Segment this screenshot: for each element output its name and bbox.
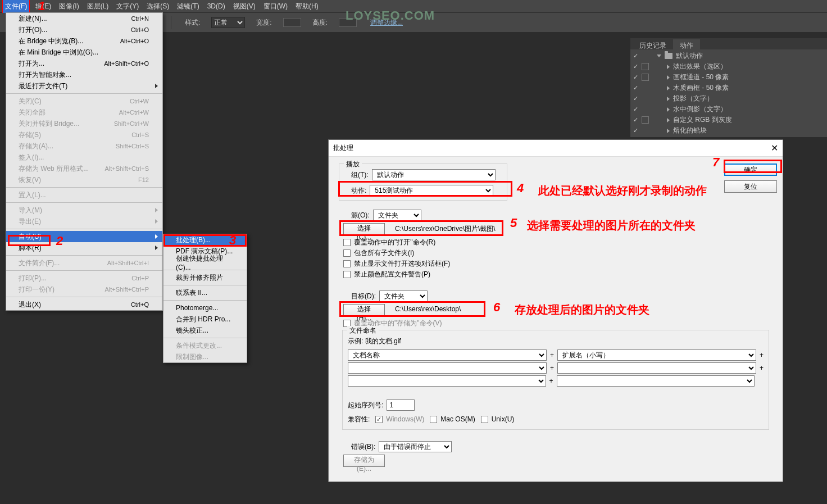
dialog-titlebar[interactable]: 批处理 ✕ xyxy=(329,140,783,157)
file-menu-item[interactable]: 脚本(R) xyxy=(6,242,162,253)
file-menu-item[interactable]: 打开(O)...Ctrl+O xyxy=(6,24,162,35)
file-menu-item: 签入(I)... xyxy=(6,152,162,163)
action-select[interactable]: 515测试动作 xyxy=(370,185,493,196)
set-label: 组(T): xyxy=(351,170,369,180)
dialog-toggle-icon[interactable] xyxy=(642,74,649,81)
file-menu-item[interactable]: 退出(X)Ctrl+Q xyxy=(6,299,162,310)
naming-field-2[interactable]: 扩展名（小写） xyxy=(557,349,756,361)
checkmark-icon[interactable] xyxy=(633,85,638,91)
checkmark-icon[interactable] xyxy=(633,117,638,123)
compat-unix-check[interactable]: Unix(U) xyxy=(481,415,515,423)
auto-menu-item[interactable]: 创建快捷批处理(C)... xyxy=(163,257,247,268)
file-menu-item[interactable]: 打开为智能对象... xyxy=(6,69,162,80)
checkmark-icon[interactable] xyxy=(633,53,638,59)
disclosure-icon[interactable] xyxy=(667,65,670,69)
action-row[interactable]: 投影（文字） xyxy=(630,93,827,104)
action-row[interactable]: 熔化的铅块 xyxy=(630,125,827,136)
dialog-toggle-icon[interactable] xyxy=(642,63,649,70)
file-menu-item[interactable]: 自动(U) xyxy=(6,231,162,242)
checkmark-icon[interactable] xyxy=(633,128,638,134)
auto-menu-item[interactable]: 合并到 HDR Pro... xyxy=(163,314,247,325)
file-menu-item[interactable]: 打开为...Alt+Shift+Ctrl+O xyxy=(6,58,162,69)
action-name: 木质画框 - 50 像素 xyxy=(673,83,825,93)
start-seq-input[interactable] xyxy=(387,399,415,411)
menu-type[interactable]: 文字(Y) xyxy=(116,2,139,11)
set-select[interactable]: 默认动作 xyxy=(372,169,496,180)
menu-3d[interactable]: 3D(D) xyxy=(207,2,225,10)
panels: 历史记录 动作 默认动作淡出效果（选区）画框通道 - 50 像素木质画框 - 5… xyxy=(630,38,827,137)
menu-filter[interactable]: 滤镜(T) xyxy=(177,2,199,11)
choose-source-button[interactable]: 选择(C)... xyxy=(343,223,385,235)
file-menu-item: 关闭并转到 Bridge...Shift+Ctrl+W xyxy=(6,118,162,129)
dest-select[interactable]: 文件夹 xyxy=(379,290,428,302)
menu-window[interactable]: 窗口(W) xyxy=(263,2,288,11)
disclosure-icon[interactable] xyxy=(667,75,670,80)
menu-image[interactable]: 图像(I) xyxy=(59,2,79,11)
file-menu-item[interactable]: 新建(N)...Ctrl+N xyxy=(6,13,162,24)
action-row[interactable]: 自定义 RGB 到灰度 xyxy=(630,115,827,125)
naming-field-6[interactable] xyxy=(557,375,755,387)
auto-menu-item[interactable]: 联系表 II... xyxy=(163,287,247,298)
file-menu-item[interactable]: 在 Mini Bridge 中浏览(G)... xyxy=(6,47,162,58)
auto-menu-item[interactable]: Photomerge... xyxy=(163,302,247,314)
actions-tab[interactable]: 动作 xyxy=(673,39,700,49)
disclosure-icon[interactable] xyxy=(667,97,670,101)
file-menu-item: 关闭(C)Ctrl+W xyxy=(6,96,162,107)
checkmark-icon[interactable] xyxy=(633,96,638,102)
file-menu-item: 存储(S)Ctrl+S xyxy=(6,129,162,140)
naming-field-5[interactable] xyxy=(348,375,546,387)
action-row[interactable]: 淡出效果（选区） xyxy=(630,61,827,72)
file-menu-item: 置入(L)... xyxy=(6,189,162,201)
naming-field-3[interactable] xyxy=(348,362,547,374)
action-row[interactable]: 木质画框 - 50 像素 xyxy=(630,83,827,93)
action-label: 动作: xyxy=(351,186,366,196)
width-field[interactable] xyxy=(283,18,301,27)
file-menu-item[interactable]: 最近打开文件(T) xyxy=(6,80,162,92)
menu-view[interactable]: 视图(V) xyxy=(233,2,256,11)
annotation-7: 7 xyxy=(712,155,719,170)
dialog-toggle-icon[interactable] xyxy=(642,116,649,124)
disclosure-icon[interactable] xyxy=(667,86,670,90)
checkmark-icon[interactable] xyxy=(633,107,638,112)
close-icon[interactable]: ✕ xyxy=(771,143,778,153)
suppress-color-check[interactable]: 禁止颜色配置文件警告(P) xyxy=(343,270,450,279)
disclosure-icon[interactable] xyxy=(657,55,661,57)
include-sub-check[interactable]: 包含所有子文件夹(I) xyxy=(343,248,450,258)
style-select[interactable]: 正常 xyxy=(211,17,245,28)
action-row[interactable]: 水中倒影（文字） xyxy=(630,104,827,115)
menu-help[interactable]: 帮助(H) xyxy=(296,2,319,11)
auto-submenu: 批处理(B)...PDF 演示文稿(P)...创建快捷批处理(C)...裁剪并修… xyxy=(163,234,247,363)
source-select[interactable]: 文件夹 xyxy=(373,210,421,221)
disclosure-icon[interactable] xyxy=(667,107,670,112)
file-menu-item: 关闭全部Alt+Ctrl+W xyxy=(6,107,162,118)
suppress-open-check[interactable]: 禁止显示文件打开选项对话框(F) xyxy=(343,259,450,269)
play-legend: 播放 xyxy=(344,160,362,169)
choose-dest-button[interactable]: 选择(H)... xyxy=(343,304,385,316)
history-tab[interactable]: 历史记录 xyxy=(633,39,673,49)
ok-button[interactable]: 确定 xyxy=(724,164,777,176)
action-row[interactable]: 默认动作 xyxy=(630,51,827,61)
action-name: 画框通道 - 50 像素 xyxy=(673,72,825,82)
annotation-text-6: 存放处理后的图片的文件夹 xyxy=(515,302,649,317)
actions-list[interactable]: 默认动作淡出效果（选区）画框通道 - 50 像素木质画框 - 50 像素投影（文… xyxy=(630,49,827,137)
compat-mac-check[interactable]: Mac OS(M) xyxy=(430,415,475,423)
auto-menu-item[interactable]: 裁剪并修齐照片 xyxy=(163,272,247,283)
errors-label: 错误(B): xyxy=(351,442,375,452)
file-menu-item: 导出(E) xyxy=(6,216,162,227)
errors-select[interactable]: 由于错误而停止 xyxy=(379,441,452,452)
disclosure-icon[interactable] xyxy=(667,129,670,133)
checkmark-icon[interactable] xyxy=(633,64,638,70)
reset-button[interactable]: 复位 xyxy=(724,180,777,193)
auto-menu-item[interactable]: 镜头校正... xyxy=(163,325,247,336)
disclosure-icon[interactable] xyxy=(667,118,670,122)
file-menu-item[interactable]: 在 Bridge 中浏览(B)...Alt+Ctrl+O xyxy=(6,35,162,47)
menu-select[interactable]: 选择(S) xyxy=(147,2,169,11)
action-row[interactable]: 画框通道 - 50 像素 xyxy=(630,72,827,83)
menu-layer[interactable]: 图层(L) xyxy=(87,2,109,11)
naming-field-1[interactable]: 文档名称 xyxy=(348,349,547,361)
naming-field-4[interactable] xyxy=(557,362,756,374)
checkmark-icon[interactable] xyxy=(633,75,638,80)
override-open-check[interactable]: 覆盖动作中的"打开"命令(R) xyxy=(343,238,450,247)
file-naming-legend: 文件命名 xyxy=(347,326,379,335)
menu-file[interactable]: 文件(F) xyxy=(2,0,30,13)
